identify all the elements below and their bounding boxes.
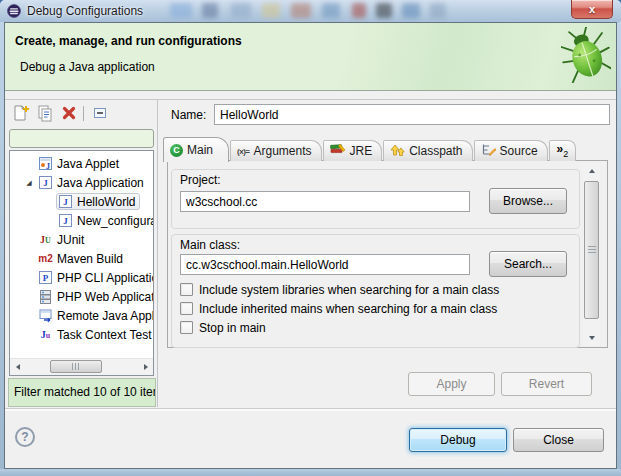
debug-configurations-window: Debug Configurations x Create, manage, a… xyxy=(0,0,621,476)
checkbox-include-system-libraries[interactable]: Include system libraries when searching … xyxy=(180,282,499,297)
overflow-count: 2 xyxy=(563,149,568,159)
main-tab-icon: C xyxy=(170,144,183,157)
tab-overflow[interactable]: » 2 xyxy=(549,140,577,161)
tree-item-label: HelloWorld xyxy=(77,195,135,209)
scrollbar-thumb[interactable] xyxy=(50,360,102,373)
browse-button[interactable]: Browse... xyxy=(489,188,567,214)
name-input[interactable] xyxy=(214,104,610,125)
tab-classpath[interactable]: Classpath xyxy=(383,140,472,161)
arguments-tab-icon: (x)= xyxy=(237,147,249,156)
tree-item-junit[interactable]: JU JUnit xyxy=(10,230,153,249)
checkbox-icon[interactable] xyxy=(180,302,193,315)
apply-button[interactable]: Apply xyxy=(408,372,495,396)
filter-input[interactable] xyxy=(9,129,154,148)
php-web-icon xyxy=(38,289,53,304)
checkbox-icon[interactable] xyxy=(180,283,193,296)
tree-item-label: Java Application xyxy=(57,176,144,190)
scroll-left-arrow[interactable] xyxy=(10,359,25,374)
tree-item-java-application[interactable]: ◢ J Java Application xyxy=(10,173,153,192)
apply-button-label: Apply xyxy=(436,377,466,391)
filter-status: Filter matched 10 of 10 items xyxy=(8,378,156,407)
main-class-label: Main class: xyxy=(180,238,240,252)
eclipse-icon xyxy=(7,4,21,18)
dialog-body: Create, manage, and run configurations D… xyxy=(4,22,617,469)
tab-label: JRE xyxy=(350,144,373,158)
java-application-icon: J xyxy=(58,213,73,228)
project-label: Project: xyxy=(180,173,221,187)
scrollbar-thumb[interactable] xyxy=(584,181,599,319)
window-frame-bottom xyxy=(0,469,621,476)
checkbox-label: Include system libraries when searching … xyxy=(199,283,499,297)
classpath-tab-icon xyxy=(390,143,405,159)
content-vertical-scrollbar[interactable] xyxy=(583,162,600,346)
name-label: Name: xyxy=(171,108,206,122)
taskbar-blur-blob xyxy=(291,3,311,18)
main-class-input[interactable] xyxy=(180,254,470,275)
tree-item-new-configuration[interactable]: J New_configuration xyxy=(10,211,153,230)
taskbar-blur-blob xyxy=(262,3,280,18)
panel-sash[interactable] xyxy=(157,100,158,407)
close-button-label: Close xyxy=(543,433,574,447)
close-icon: x xyxy=(589,4,595,15)
checkbox-stop-in-main[interactable]: Stop in main xyxy=(180,320,266,335)
taskbar-blur-blob xyxy=(202,3,218,18)
tab-main[interactable]: C Main xyxy=(163,137,229,162)
checkbox-icon[interactable] xyxy=(180,321,193,334)
titlebar[interactable]: Debug Configurations x xyxy=(0,0,621,22)
remote-java-icon xyxy=(38,308,53,323)
help-button[interactable]: ? xyxy=(15,427,35,447)
delete-icon xyxy=(61,105,77,124)
search-button[interactable]: Search... xyxy=(489,251,567,277)
tree-item-label: New_configuration xyxy=(77,214,154,228)
tree-item-label: PHP Web Application xyxy=(57,290,154,304)
tree-item-maven-build[interactable]: m2 Maven Build xyxy=(10,249,153,268)
tree-item-php-cli[interactable]: P PHP CLI Application xyxy=(10,268,153,287)
close-button[interactable]: Close xyxy=(513,428,604,452)
tree-item-php-web[interactable]: PHP Web Application xyxy=(10,287,153,306)
banner-title: Create, manage, and run configurations xyxy=(15,34,242,48)
banner: Create, manage, and run configurations D… xyxy=(5,23,616,91)
duplicate-button[interactable] xyxy=(34,103,56,125)
tree-horizontal-scrollbar[interactable] xyxy=(10,358,153,375)
expander-icon[interactable]: ◢ xyxy=(22,179,36,187)
delete-button[interactable] xyxy=(58,103,80,125)
taskbar-blur-blob xyxy=(231,3,251,18)
scroll-down-arrow[interactable] xyxy=(584,330,599,345)
bug-icon xyxy=(561,27,611,86)
tree-item-remote-java[interactable]: Remote Java Application xyxy=(10,306,153,325)
window-close-button[interactable]: x xyxy=(571,0,613,19)
svg-text:J: J xyxy=(46,162,50,171)
tree-item-label: Maven Build xyxy=(57,252,123,266)
window-title: Debug Configurations xyxy=(27,4,143,18)
tree-item-label: JUnit xyxy=(57,233,84,247)
taskbar-blur-blob xyxy=(352,3,366,18)
config-tree: J Java Applet ◢ J Java Application J Hel… xyxy=(9,150,154,376)
task-context-icon: Ju xyxy=(38,327,53,342)
chevron-overflow-icon: » xyxy=(557,142,564,156)
duplicate-icon xyxy=(36,104,54,125)
junit-icon: JU xyxy=(38,232,53,247)
scroll-right-arrow[interactable] xyxy=(138,359,153,374)
debug-button[interactable]: Debug xyxy=(409,428,507,452)
checkbox-include-inherited-mains[interactable]: Include inherited mains when searching f… xyxy=(180,301,497,316)
tab-source[interactable]: Source xyxy=(474,140,548,161)
tree-item-task-context-test[interactable]: Ju Task Context Test xyxy=(10,325,153,344)
banner-subtitle: Debug a Java application xyxy=(20,60,155,74)
new-configuration-button[interactable] xyxy=(10,103,32,125)
scroll-up-arrow[interactable] xyxy=(584,163,599,178)
taskbar-blur-blob xyxy=(430,3,446,18)
java-application-icon: J xyxy=(58,194,73,209)
revert-button[interactable]: Revert xyxy=(501,372,592,396)
tree-item-java-applet[interactable]: J Java Applet xyxy=(10,154,153,173)
tab-jre[interactable]: JRE xyxy=(323,140,383,161)
tree-item-label: Java Applet xyxy=(57,157,119,171)
main-class-group: Main class: Search... Include system lib… xyxy=(171,234,580,348)
project-input[interactable] xyxy=(180,191,470,212)
collapse-all-button[interactable] xyxy=(89,103,111,125)
source-tab-icon xyxy=(481,143,496,159)
tree-item-helloworld[interactable]: J HelloWorld xyxy=(10,192,153,211)
taskbar-blur-blob xyxy=(376,3,392,18)
tab-arguments[interactable]: (x)= Arguments xyxy=(230,140,321,161)
window-frame-right xyxy=(617,22,621,469)
java-applet-icon: J xyxy=(38,156,53,171)
